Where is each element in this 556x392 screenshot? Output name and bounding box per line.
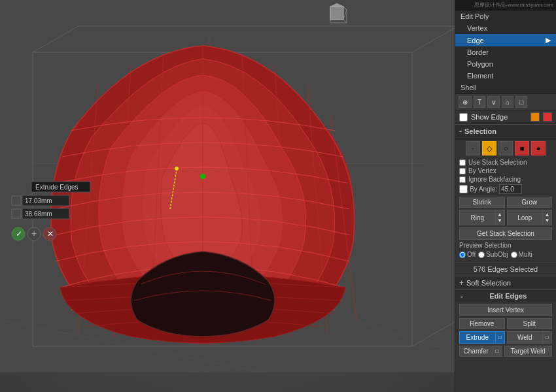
sel-icon-border[interactable]: ○ (498, 141, 513, 155)
chamfer-target-weld-row: Chamfer □ Target Weld (459, 346, 552, 357)
selection-section-header: - Selection (455, 124, 556, 139)
edge-color-box-1[interactable] (530, 112, 540, 122)
toolbar-btn-home[interactable]: ⌂ (502, 96, 513, 108)
sel-icon-vertex[interactable]: · (466, 141, 480, 155)
edit-poly-menu: Edit Poly Vertex Edge ▶ Border Polygon E… (455, 10, 556, 94)
right-panel: 思摩设计作品-www.missyuan.com Edit Poly Vertex… (455, 0, 556, 392)
ignore-backfacing-row: Ignore Backfacing (459, 176, 552, 183)
grow-btn[interactable]: Grow (507, 197, 553, 208)
target-weld-btn[interactable]: Target Weld (504, 346, 553, 357)
by-angle-label: By Angle: (470, 186, 497, 193)
svg-rect-28 (12, 196, 21, 205)
menu-item-polygon[interactable]: Polygon (455, 58, 556, 70)
svg-text:✕: ✕ (47, 229, 54, 238)
soft-selection-expand-icon: + (459, 278, 464, 287)
extrude-btn[interactable]: Extrude (459, 331, 496, 344)
svg-text:Extrude Edges: Extrude Edges (35, 184, 78, 191)
top-banner: 思摩设计作品-www.missyuan.com (455, 0, 556, 10)
menu-item-shell[interactable]: Shell (455, 82, 556, 93)
preview-radio-row: Off SubObj Multi (459, 251, 552, 258)
menu-item-border[interactable]: Border (455, 46, 556, 58)
edit-edges-content: Insert Vertex Remove Split Extrude □ Wel… (455, 302, 556, 361)
menu-item-edit-poly[interactable]: Edit Poly (455, 10, 556, 22)
sel-icon-polygon[interactable]: ■ (515, 141, 529, 155)
selection-icons-row: · ◇ ○ ■ ● (459, 141, 552, 155)
use-stack-checkbox[interactable] (459, 159, 466, 166)
preview-off-option[interactable]: Off (459, 251, 476, 258)
preview-multi-radio[interactable] (511, 252, 517, 258)
ring-btn-group: Ring ▲▼ (459, 210, 505, 225)
ring-btn[interactable]: Ring (459, 210, 496, 225)
shrink-btn[interactable]: Shrink (459, 197, 505, 208)
chamfer-arrow-btn[interactable]: □ (493, 346, 502, 357)
preview-subobj-option[interactable]: SubObj (478, 251, 508, 258)
svg-text:38.68mm: 38.68mm (25, 210, 52, 218)
3d-mesh-viewport[interactable]: Extrude Edges 17.03mm 38.68mm ✓ + ✕ (0, 0, 455, 372)
ignore-backfacing-label: Ignore Backfacing (468, 176, 521, 183)
menu-item-element[interactable]: Element (455, 70, 556, 82)
use-stack-label: Use Stack Selection (468, 159, 527, 166)
svg-rect-31 (12, 209, 21, 218)
split-btn[interactable]: Split (507, 318, 553, 329)
sel-icon-element[interactable]: ● (531, 141, 546, 155)
menu-item-edge[interactable]: Edge ▶ (455, 34, 556, 46)
edit-edges-collapse-btn[interactable]: - (459, 292, 464, 300)
remove-btn[interactable]: Remove (459, 318, 505, 329)
loop-btn-group: Loop ▲▼ (507, 210, 553, 225)
ring-arrow-btn[interactable]: ▲▼ (496, 210, 505, 225)
svg-point-25 (200, 174, 205, 179)
remove-split-row: Remove Split (459, 318, 552, 329)
edge-color-box-2[interactable] (543, 112, 552, 122)
svg-text:17.03mm: 17.03mm (25, 197, 52, 204)
weld-btn-group: Weld □ (507, 331, 553, 344)
edit-edges-title: Edit Edges (489, 292, 527, 300)
weld-btn[interactable]: Weld (507, 331, 544, 344)
toolbar-btn-move[interactable]: ⊕ (459, 96, 472, 108)
by-vertex-checkbox[interactable] (459, 168, 466, 174)
toolbar-row: ⊕ T ∨ ⌂ □ (455, 94, 556, 110)
by-angle-input[interactable] (499, 184, 522, 194)
preview-multi-option[interactable]: Multi (511, 251, 532, 258)
preview-subobj-label: SubObj (486, 251, 508, 258)
by-angle-checkbox[interactable] (459, 185, 468, 193)
show-edge-label: Show Edge (471, 113, 508, 121)
selected-count: 576 Edges Selected (455, 262, 556, 276)
insert-vertex-btn[interactable]: Insert Vertex (459, 304, 552, 316)
toolbar-btn-t[interactable]: T (474, 96, 485, 108)
selection-collapse-btn[interactable]: - (459, 127, 462, 136)
extrude-btn-group: Extrude □ (459, 331, 505, 344)
preview-off-radio[interactable] (459, 252, 466, 258)
main-container: WWW.3DXY.COM 思摩设计作品-www.missyuan.com (0, 0, 556, 392)
weld-arrow-btn[interactable]: □ (543, 331, 552, 344)
toolbar-btn-square[interactable]: □ (515, 96, 527, 108)
preview-off-label: Off (467, 251, 476, 258)
soft-selection-header[interactable]: + Soft Selection (455, 276, 556, 289)
extrude-arrow-btn[interactable]: □ (496, 331, 505, 344)
loop-btn[interactable]: Loop (507, 210, 544, 225)
selection-title: Selection (464, 127, 496, 135)
svg-text:+: + (31, 228, 37, 238)
edit-edges-header: - Edit Edges (455, 289, 556, 302)
preview-selection-label: Preview Selection (459, 242, 552, 249)
show-edge-row: Show Edge (455, 110, 556, 124)
sel-icon-edge[interactable]: ◇ (482, 141, 496, 155)
preview-multi-label: Multi (519, 251, 532, 258)
viewport[interactable]: WWW.3DXY.COM 思摩设计作品-www.missyuan.com (0, 0, 455, 392)
svg-line-47 (343, 20, 347, 23)
ignore-backfacing-checkbox[interactable] (459, 176, 466, 183)
by-vertex-label: By Vertex (468, 167, 496, 174)
chamfer-btn-group: Chamfer □ (459, 346, 502, 357)
preview-subobj-radio[interactable] (478, 252, 485, 258)
chamfer-btn[interactable]: Chamfer (459, 346, 493, 357)
loop-arrow-btn[interactable]: ▲▼ (543, 210, 552, 225)
by-vertex-row: By Vertex (459, 167, 552, 174)
get-stack-selection-btn[interactable]: Get Stack Selection (459, 227, 552, 240)
svg-text:✓: ✓ (16, 229, 22, 238)
svg-marker-41 (330, 3, 343, 7)
navigation-cube[interactable] (327, 3, 350, 26)
toolbar-btn-angle[interactable]: ∨ (487, 96, 500, 108)
ring-loop-row: Ring ▲▼ Loop ▲▼ (459, 210, 552, 225)
selection-panel-content: · ◇ ○ ■ ● Use Stack Selection By Vertex … (455, 139, 556, 262)
menu-item-vertex[interactable]: Vertex (455, 22, 556, 34)
show-edge-checkbox[interactable] (459, 113, 468, 122)
